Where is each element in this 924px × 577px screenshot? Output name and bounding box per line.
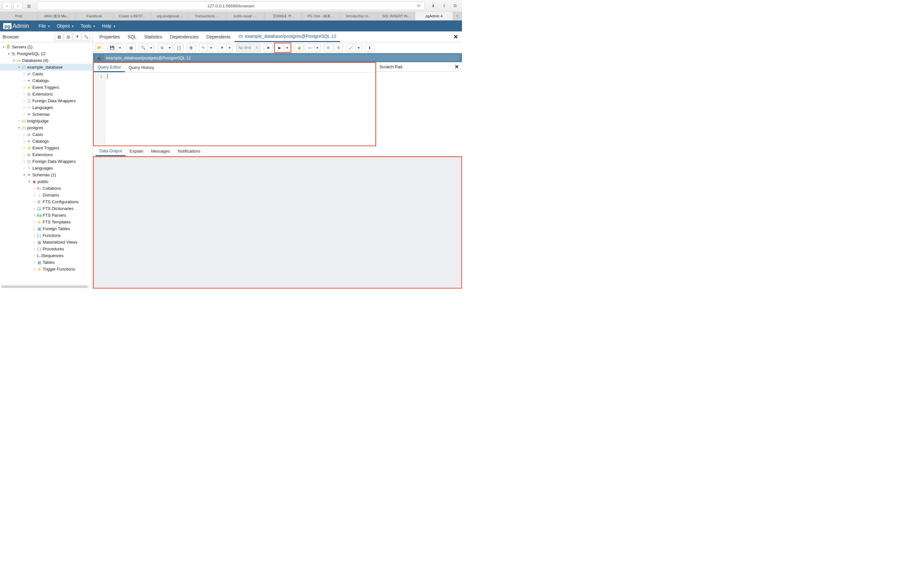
object-tree[interactable]: ▾🗄Servers (1) ▾🐘PostgreSQL 12 ▾🗃Database… xyxy=(0,42,93,285)
connection-field[interactable]: example_database/postgres@PostgreSQL 12 xyxy=(104,55,459,61)
execute-dropdown[interactable]: ▾ xyxy=(284,44,290,52)
tab-explain[interactable]: Explain xyxy=(126,146,147,156)
rollback-button[interactable]: ⎗ xyxy=(334,44,343,52)
scratch-close-icon[interactable]: ✕ xyxy=(455,64,459,70)
tree-mviews[interactable]: Materialized Views xyxy=(43,240,78,245)
tree-fts-conf[interactable]: FTS Configurations xyxy=(43,199,79,204)
tree-casts[interactable]: Casts xyxy=(32,71,43,76)
copy-dropdown[interactable]: ▾ xyxy=(166,44,173,52)
browser-tab[interactable]: Facebook xyxy=(75,12,113,20)
browser-tab[interactable]: Create a REST... xyxy=(113,12,151,20)
tree-collations[interactable]: Collations xyxy=(43,186,61,191)
tree-functions[interactable]: Functions xyxy=(43,233,61,238)
explain-button[interactable]: ☝ xyxy=(294,44,304,52)
reload-icon[interactable]: ⟳ xyxy=(417,3,421,8)
edit-dropdown[interactable]: ▾ xyxy=(208,44,214,52)
commit-button[interactable]: ⎘ xyxy=(324,44,333,52)
tree-postgres[interactable]: postgres xyxy=(27,125,43,130)
tree-event-triggers2[interactable]: Event Triggers xyxy=(32,145,59,150)
browser-tab[interactable]: 【1080p】中... xyxy=(264,12,302,20)
tree-servers[interactable]: Servers (1) xyxy=(12,45,32,49)
filter-button[interactable]: ▼ xyxy=(218,44,226,52)
tree-fts-parsers[interactable]: FTS Parsers xyxy=(43,213,66,218)
tree-fts-dict[interactable]: FTS Dictionaries xyxy=(43,206,73,211)
limit-select[interactable]: No limit⇅ xyxy=(236,44,260,52)
delete-button[interactable]: 🗑 xyxy=(187,44,196,52)
sidebar-scrollbar[interactable] xyxy=(0,285,93,288)
downloads-button[interactable]: ⬇ xyxy=(429,2,438,10)
tree-extensions2[interactable]: Extensions xyxy=(32,152,53,157)
code-editor[interactable]: 1 xyxy=(94,73,375,145)
filter-dropdown[interactable]: ▾ xyxy=(226,44,233,52)
tab-data-output[interactable]: Data Output xyxy=(95,146,126,156)
stop-button[interactable]: ■ xyxy=(264,44,273,52)
browser-tab[interactable]: kotlin-nosql -... xyxy=(226,12,264,20)
find-dropdown[interactable]: ▾ xyxy=(148,44,154,52)
menu-file[interactable]: File xyxy=(35,21,53,31)
sb-btn-properties-icon[interactable]: ▦ xyxy=(55,33,63,41)
tree-catalogs2[interactable]: Catalogs xyxy=(32,139,49,143)
browser-tab[interactable]: Post xyxy=(0,12,38,20)
tree-fdw[interactable]: Foreign Data Wrappers xyxy=(32,98,76,103)
tree-fts-tpl[interactable]: FTS Templates xyxy=(43,219,71,224)
clear-dropdown[interactable]: ▾ xyxy=(355,44,362,52)
save-data-button[interactable]: ▦ xyxy=(126,44,136,52)
tree-tables[interactable]: Tables xyxy=(43,260,55,265)
address-bar[interactable]: 127.0.0.1:56699/browser/ ⟳ xyxy=(37,2,425,10)
tree-public[interactable]: public xyxy=(37,179,48,184)
find-button[interactable]: 🔍 xyxy=(139,44,148,52)
browser-tab[interactable]: org.postgresql.... xyxy=(151,12,189,20)
tab-dependencies[interactable]: Dependencies xyxy=(166,31,203,42)
browser-tab[interactable]: Introduction to... xyxy=(340,12,378,20)
tree-pg12[interactable]: PostgreSQL 12 xyxy=(17,51,45,56)
sb-btn-grid-icon[interactable]: ▤ xyxy=(64,33,72,41)
tab-statistics[interactable]: Statistics xyxy=(141,31,166,42)
tree-languages[interactable]: Languages xyxy=(32,105,53,110)
tab-properties[interactable]: Properties xyxy=(95,31,124,42)
tree-sequences[interactable]: Sequences xyxy=(43,253,63,258)
tree-knightjudge[interactable]: knightjudge xyxy=(27,119,49,123)
tab-dependents[interactable]: Dependents xyxy=(202,31,234,42)
menu-tools[interactable]: Tools xyxy=(78,21,98,31)
download-button[interactable]: ⬇ xyxy=(365,44,374,52)
tree-extensions[interactable]: Extensions xyxy=(32,92,53,97)
browser-tab[interactable]: SQL INSERT IN... xyxy=(378,12,415,20)
explain-dropdown[interactable]: ▾ xyxy=(314,44,320,52)
save-dropdown[interactable]: ▾ xyxy=(117,44,123,52)
edit-button[interactable]: ✎ xyxy=(199,44,208,52)
back-button[interactable]: ‹ xyxy=(3,2,11,10)
sb-btn-search-icon[interactable]: 🔍 xyxy=(82,33,90,41)
tab-messages[interactable]: Messages xyxy=(147,146,174,156)
tree-event-triggers[interactable]: Event Triggers xyxy=(32,85,59,90)
menu-help[interactable]: Help xyxy=(99,21,118,31)
tab-close-icon[interactable]: ✕ xyxy=(449,31,462,42)
tree-domains[interactable]: Domains xyxy=(43,193,59,197)
scratch-pad-body[interactable] xyxy=(376,72,462,146)
tab-notifications[interactable]: Notifications xyxy=(174,146,204,156)
share-button[interactable]: ⇪ xyxy=(439,2,449,10)
paste-button[interactable]: 📋 xyxy=(174,44,184,52)
tree-trigger-functions[interactable]: Trigger Functions xyxy=(43,267,75,271)
open-file-button[interactable]: 📂 xyxy=(95,44,104,52)
browser-tab[interactable]: (460) 瀣泺 Ma... xyxy=(38,12,76,20)
tree-procedures[interactable]: Procedures xyxy=(43,247,64,251)
tree-catalogs[interactable]: Catalogs xyxy=(32,78,49,83)
tab-query-tool[interactable]: 🗃 example_database/postgres@PostgreSQL 1… xyxy=(234,31,340,42)
tree-fdw2[interactable]: Foreign Data Wrappers xyxy=(32,159,76,164)
tree-schemas[interactable]: Schemas xyxy=(32,112,50,117)
copy-button[interactable]: ⧉ xyxy=(158,44,166,52)
browser-tab[interactable]: PG One - 維基… xyxy=(302,12,340,20)
tab-sql[interactable]: SQL xyxy=(124,31,141,42)
tabs-button[interactable]: ⧉ xyxy=(451,2,459,10)
tree-example-db[interactable]: example_database xyxy=(27,65,63,69)
execute-button[interactable]: ▶ xyxy=(275,44,284,52)
tree-foreign-tables[interactable]: Foreign Tables xyxy=(43,226,70,231)
browser-tab[interactable]: Transactions ·… xyxy=(189,12,226,20)
tree-schemas1[interactable]: Schemas (1) xyxy=(32,172,56,177)
sidebar-toggle-button[interactable]: ▥ xyxy=(24,2,33,10)
new-tab-button[interactable]: + xyxy=(453,12,462,20)
tab-query-history[interactable]: Query History xyxy=(125,63,158,72)
menu-object[interactable]: Object xyxy=(53,21,77,31)
save-button[interactable]: 💾 xyxy=(107,44,117,52)
tab-query-editor[interactable]: Query Editor xyxy=(94,63,125,72)
